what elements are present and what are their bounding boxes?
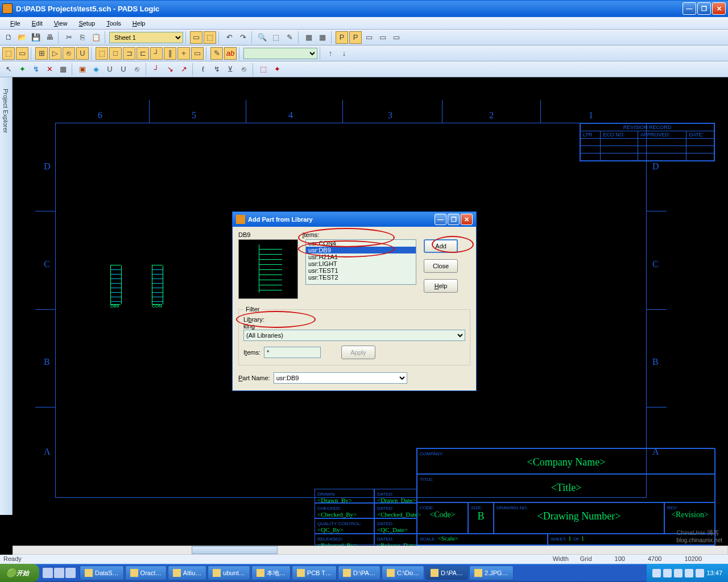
tb2-4-icon[interactable]: ▷ bbox=[49, 47, 61, 60]
task-button[interactable]: DataS… bbox=[80, 566, 124, 580]
down-icon[interactable]: ↓ bbox=[338, 47, 350, 60]
tb3-4-icon[interactable]: ✕ bbox=[43, 63, 56, 76]
tb3-10-icon[interactable]: ⎋ bbox=[131, 63, 143, 76]
tb2-13-icon[interactable]: + bbox=[177, 47, 190, 60]
task-button[interactable]: C:\Do… bbox=[382, 566, 424, 580]
list-item[interactable]: usr:LIGHT bbox=[306, 260, 416, 267]
close-button[interactable]: ✕ bbox=[712, 2, 726, 15]
tb3-8-icon[interactable]: U bbox=[104, 63, 116, 76]
tray-icon[interactable] bbox=[674, 569, 682, 577]
tb3-6-icon[interactable]: ▣ bbox=[76, 63, 89, 76]
tb2-12-icon[interactable]: ‖ bbox=[164, 47, 176, 60]
tb2-16-icon[interactable]: ab bbox=[224, 47, 237, 60]
ql-icon[interactable] bbox=[65, 568, 76, 578]
tb2-7-icon[interactable]: ⬚ bbox=[96, 47, 108, 60]
library-select[interactable]: (All Libraries) bbox=[243, 330, 465, 341]
part-db9-1[interactable] bbox=[110, 265, 121, 305]
redo-icon[interactable]: ↷ bbox=[237, 31, 249, 44]
system-tray[interactable]: 13:47 bbox=[647, 564, 728, 582]
task-button[interactable]: Altiu… bbox=[168, 566, 206, 580]
dialog-titlebar[interactable]: Add Part from Library — ❐ ✕ bbox=[233, 212, 476, 227]
task-button[interactable]: Oracl… bbox=[125, 566, 167, 580]
start-button[interactable]: 🟢 开始 bbox=[0, 564, 39, 582]
dialog-close-button[interactable]: ✕ bbox=[461, 214, 473, 225]
minimize-button[interactable]: — bbox=[682, 2, 696, 15]
print-icon[interactable]: 🖶 bbox=[43, 31, 56, 44]
dialog-min-button[interactable]: — bbox=[435, 214, 446, 225]
tb3-9-icon[interactable]: U bbox=[117, 63, 130, 76]
list-item[interactable]: usr:H21A1 bbox=[306, 253, 416, 260]
partname-select[interactable]: usr:DB9 bbox=[274, 372, 407, 384]
report1-icon[interactable]: ▦ bbox=[303, 31, 315, 44]
select-icon[interactable]: ▭ bbox=[190, 31, 202, 44]
tb2-5-icon[interactable]: ⎋ bbox=[63, 47, 75, 60]
tb3-1-icon[interactable]: ↖ bbox=[2, 63, 15, 76]
save-icon[interactable]: 💾 bbox=[30, 31, 42, 44]
task-button[interactable]: 本地… bbox=[251, 566, 291, 580]
items-filter-input[interactable] bbox=[264, 347, 321, 358]
task-button[interactable]: 2.JPG… bbox=[469, 566, 514, 580]
tb3-16-icon[interactable]: ⊻ bbox=[224, 63, 237, 76]
tb3-7-icon[interactable]: ◈ bbox=[90, 63, 102, 76]
tray-icon[interactable] bbox=[652, 569, 661, 577]
ole1-icon[interactable]: ▭ bbox=[363, 31, 375, 44]
ole2-icon[interactable]: ▭ bbox=[377, 31, 389, 44]
list-item[interactable]: usr:CON4 bbox=[306, 240, 416, 247]
task-button[interactable]: PCB T… bbox=[292, 566, 337, 580]
close-button[interactable]: Close bbox=[424, 259, 458, 273]
clock[interactable]: 13:47 bbox=[706, 569, 722, 576]
restore-button[interactable]: ❐ bbox=[697, 2, 711, 15]
pads1-icon[interactable]: P bbox=[336, 31, 348, 44]
tb3-17-icon[interactable]: ⎋ bbox=[238, 63, 250, 76]
tb2-combo[interactable] bbox=[243, 48, 317, 59]
tb3-14-icon[interactable]: ℓ bbox=[197, 63, 209, 76]
task-button[interactable]: D:\PA… bbox=[425, 566, 468, 580]
menu-edit[interactable]: Edit bbox=[26, 19, 48, 28]
tb3-5-icon[interactable]: ▦ bbox=[57, 63, 69, 76]
tb3-12-icon[interactable]: ↘ bbox=[164, 63, 176, 76]
undo-icon[interactable]: ↶ bbox=[223, 31, 235, 44]
tb2-6-icon[interactable]: U bbox=[76, 47, 89, 60]
menu-view[interactable]: View bbox=[48, 19, 73, 28]
tb2-14-icon[interactable]: ▭ bbox=[191, 47, 204, 60]
tb2-3-icon[interactable]: ⊞ bbox=[35, 47, 48, 60]
tb2-2-icon[interactable]: ▭ bbox=[16, 47, 28, 60]
paste-icon[interactable]: 📋 bbox=[90, 31, 102, 44]
menu-setup[interactable]: Setup bbox=[73, 19, 101, 28]
help-button[interactable]: Help bbox=[424, 279, 458, 293]
new-icon[interactable]: 🗋 bbox=[2, 31, 15, 44]
tb3-19-icon[interactable]: ✦ bbox=[271, 63, 283, 76]
tb3-11-icon[interactable]: ┘ bbox=[150, 63, 163, 76]
sidebar[interactable]: Project Explorer bbox=[0, 77, 13, 515]
menu-help[interactable]: Help bbox=[127, 19, 151, 28]
tb2-10-icon[interactable]: ⊏ bbox=[136, 47, 149, 60]
ql-icon[interactable] bbox=[43, 568, 53, 578]
menu-tools[interactable]: Tools bbox=[101, 19, 127, 28]
cut-icon[interactable]: ✂ bbox=[63, 31, 75, 44]
horizontal-scrollbar[interactable] bbox=[13, 546, 728, 555]
task-button[interactable]: ubunt… bbox=[208, 566, 250, 580]
report2-icon[interactable]: ▦ bbox=[316, 31, 329, 44]
tb3-18-icon[interactable]: ⬚ bbox=[257, 63, 270, 76]
refresh-icon[interactable]: ⬚ bbox=[270, 31, 282, 44]
items-listbox[interactable]: usr:CON4 usr:DB9 usr:H21A1 usr:LIGHT usr… bbox=[305, 239, 416, 285]
up-icon[interactable]: ↑ bbox=[324, 47, 337, 60]
tb2-9-icon[interactable]: ⊐ bbox=[123, 47, 135, 60]
tb3-13-icon[interactable]: ↗ bbox=[177, 63, 190, 76]
tray-icon[interactable] bbox=[696, 569, 704, 577]
options-icon[interactable]: ✎ bbox=[283, 31, 296, 44]
tb3-2-icon[interactable]: ✦ bbox=[16, 63, 28, 76]
ole3-icon[interactable]: ▭ bbox=[390, 31, 403, 44]
tb2-15-icon[interactable]: ✎ bbox=[210, 47, 223, 60]
part-con-1[interactable] bbox=[152, 265, 162, 305]
tb2-8-icon[interactable]: □ bbox=[109, 47, 122, 60]
tb3-3-icon[interactable]: ↯ bbox=[30, 63, 42, 76]
tray-icon[interactable] bbox=[685, 569, 693, 577]
add-button[interactable]: Add bbox=[424, 239, 458, 253]
tb3-15-icon[interactable]: ↯ bbox=[210, 63, 223, 76]
menu-file[interactable]: File bbox=[5, 19, 26, 28]
pads2-icon[interactable]: P bbox=[349, 31, 362, 44]
open-icon[interactable]: 📂 bbox=[16, 31, 28, 44]
sheet-select[interactable]: Sheet 1 bbox=[109, 32, 183, 43]
tb2-1-icon[interactable]: ⬚ bbox=[2, 47, 15, 60]
